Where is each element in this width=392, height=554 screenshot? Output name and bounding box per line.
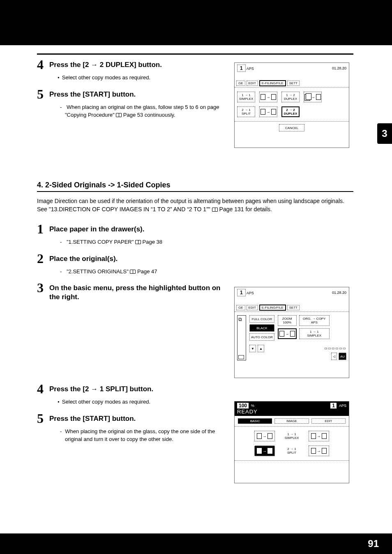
split-label: 2 → 1 SPLIT bbox=[281, 447, 302, 455]
step-number: 4 bbox=[37, 58, 49, 71]
tab-efiling[interactable]: E-FILING/FILE bbox=[259, 305, 286, 311]
fig-row-1: 1 → 1 SIMPLEX → 1 → 2 DUPLEX → bbox=[237, 92, 346, 102]
aps-label: APS bbox=[339, 404, 346, 408]
step-number: 5 bbox=[37, 412, 49, 425]
pct-symbol: % bbox=[251, 404, 254, 408]
step-dash: "2.SETTING ORIGINALS" Page 47 bbox=[62, 268, 353, 276]
down-button[interactable]: ▼ bbox=[249, 345, 256, 352]
clear-button[interactable]: ◁ bbox=[331, 353, 337, 360]
dash-text-b: Page 38 bbox=[143, 239, 162, 245]
step-title: On the basic menu, press the highlighted… bbox=[49, 281, 226, 302]
s2-step2-body: "2.SETTING ORIGINALS" Page 47 bbox=[58, 268, 353, 276]
zoom-button[interactable]: ZOOM 100% bbox=[278, 315, 297, 326]
clock-text: 01.28.20 bbox=[332, 66, 346, 70]
simplex-label: 1 → 1 SIMPLEX bbox=[281, 432, 302, 440]
dash-text-a: "2.SETTING ORIGINALS" bbox=[67, 268, 130, 275]
book-icon bbox=[116, 113, 122, 117]
book-icon bbox=[130, 270, 136, 274]
clock-text: 01.28.20 bbox=[332, 291, 346, 295]
step-title-a: Press the [2 bbox=[49, 385, 91, 393]
au-button[interactable]: AU bbox=[339, 353, 346, 360]
simplex-label: 1 → 1 SIMPLEX bbox=[299, 328, 330, 339]
tab-efiling[interactable]: E-FILING/FILE bbox=[259, 80, 286, 86]
fullcolor-button[interactable]: FULL COLOR bbox=[249, 315, 274, 323]
step-number: 1 bbox=[37, 222, 49, 235]
step-title: Press the [2 → 2 DUPLEX] button. bbox=[49, 58, 162, 69]
step-title: Place the original(s). bbox=[49, 252, 118, 263]
step-number: 5 bbox=[37, 88, 49, 101]
tab-edit[interactable]: EDIT bbox=[311, 418, 346, 424]
tab-sett[interactable]: SETT bbox=[287, 81, 300, 86]
split-icon-button[interactable]: → bbox=[259, 106, 277, 117]
zoom-pct: 100 bbox=[237, 403, 249, 409]
step-title-b: 2 DUPLEX] button. bbox=[98, 61, 162, 69]
ready-label: READY bbox=[237, 409, 346, 415]
step-title-b: 1 SPLIT] button. bbox=[98, 385, 153, 393]
header-band bbox=[0, 0, 392, 45]
fig-cancel-row: CANCEL bbox=[235, 121, 349, 134]
aps-label: APS bbox=[247, 291, 254, 295]
aps-label: APS bbox=[247, 67, 254, 71]
autocolor-button[interactable]: AUTO COLOR bbox=[249, 333, 274, 341]
step-title: Press the [START] button. bbox=[49, 88, 136, 99]
fig3-row-2: → 2 → 1 SPLIT → bbox=[240, 446, 343, 456]
simplex-icon-button[interactable]: → bbox=[254, 431, 275, 441]
fig-titlebar: 1 APS 01.28.20 bbox=[235, 287, 349, 298]
step-dash: "1.SETTING COPY PAPER" Page 38 bbox=[62, 238, 353, 246]
page-content: 4 Press the [2 → 2 DUPLEX] button. Selec… bbox=[37, 53, 353, 449]
duplex22-icon-button[interactable]: → bbox=[309, 446, 329, 456]
up-button[interactable]: ▲ bbox=[258, 345, 264, 352]
section-heading: 4. 2-Sided Originals -> 1-Sided Copies bbox=[37, 181, 353, 189]
split-icon-button-highlight[interactable]: → bbox=[254, 446, 275, 456]
copy-count: 1 bbox=[237, 65, 246, 72]
tab-ge[interactable]: GE bbox=[236, 305, 245, 310]
simplex-label: 1 → 1 SIMPLEX bbox=[237, 92, 255, 102]
tab-ge[interactable]: GE bbox=[236, 81, 245, 86]
book-icon bbox=[135, 240, 141, 244]
tab-basic[interactable]: BASIC bbox=[238, 418, 272, 424]
fig-tabs: GE EDIT E-FILING/FILE SETT bbox=[235, 79, 349, 88]
split-label: 2 → 1 SPLIT bbox=[237, 106, 255, 117]
step-title-a: Press the [2 bbox=[49, 61, 91, 69]
tab-edit[interactable]: EDIT bbox=[247, 81, 258, 86]
fig-tabs: GE EDIT E-FILING/FILE SETT bbox=[235, 304, 349, 312]
duplex12-label: 1 → 2 DUPLEX bbox=[281, 92, 300, 102]
step-title: Press the [2 → 1 SPLIT] button. bbox=[49, 382, 153, 394]
book-icon bbox=[212, 208, 218, 212]
duplex22-label-highlight: 2 → 2 DUPLEX bbox=[281, 106, 300, 117]
black-button[interactable]: BLACK bbox=[249, 324, 274, 332]
fig3-row-1: → 1 → 1 SIMPLEX → bbox=[240, 431, 343, 441]
fig-titlebar: 1 APS 01.28.20 bbox=[235, 63, 349, 74]
tab-edit[interactable]: EDIT bbox=[247, 305, 258, 310]
para-b: Page 131 for details. bbox=[219, 206, 272, 212]
tab-sett[interactable]: SETT bbox=[287, 305, 300, 310]
screen-figure-duplex: 1 APS 01.28.20 GE EDIT E-FILING/FILE SET… bbox=[234, 62, 349, 148]
top-rule bbox=[37, 53, 353, 55]
drawer-icon: ⧉ bbox=[237, 315, 246, 360]
page-number: 91 bbox=[368, 538, 379, 549]
chapter-thumb-tab: 3 bbox=[377, 123, 392, 144]
s2-step4-header: 4 Press the [2 → 1 SPLIT] button. bbox=[37, 382, 353, 395]
s2-step1-header: 1 Place paper in the drawer(s). bbox=[37, 222, 353, 235]
duplex12-icon-button[interactable]: → bbox=[304, 92, 322, 102]
tab-image[interactable]: IMAGE bbox=[274, 418, 309, 424]
fig3-tabs: BASIC IMAGE EDIT bbox=[235, 416, 349, 427]
section-intro: Image Direction can be used if the orien… bbox=[37, 197, 353, 214]
s2-step5-body: When placing the original on the glass, … bbox=[58, 427, 230, 443]
s2-step1-body: "1.SETTING COPY PAPER" Page 38 bbox=[58, 238, 353, 246]
dash-text-a: "1.SETTING COPY PAPER" bbox=[67, 239, 135, 245]
org-copy-button[interactable]: ORG. → COPY APS bbox=[299, 315, 330, 326]
simplex-icon-button[interactable]: → bbox=[259, 92, 277, 102]
copy-count: 1 bbox=[237, 289, 246, 296]
arrow-icon: → bbox=[91, 61, 98, 69]
arrow-icon: → bbox=[91, 385, 98, 393]
cancel-button[interactable]: CANCEL bbox=[279, 124, 304, 132]
simplex-highlight-button[interactable]: → bbox=[278, 328, 297, 339]
para-a: Image Direction can be used if the orien… bbox=[37, 198, 344, 212]
step-title: Press the [START] button. bbox=[49, 412, 136, 423]
s2-step2-header: 2 Place the original(s). bbox=[37, 252, 353, 265]
duplex12-icon-button[interactable]: → bbox=[309, 431, 329, 441]
step-dash: When placing an original on the glass, f… bbox=[62, 103, 230, 119]
copy-count: 1 bbox=[330, 403, 337, 409]
step-title: Place paper in the drawer(s). bbox=[49, 222, 144, 234]
